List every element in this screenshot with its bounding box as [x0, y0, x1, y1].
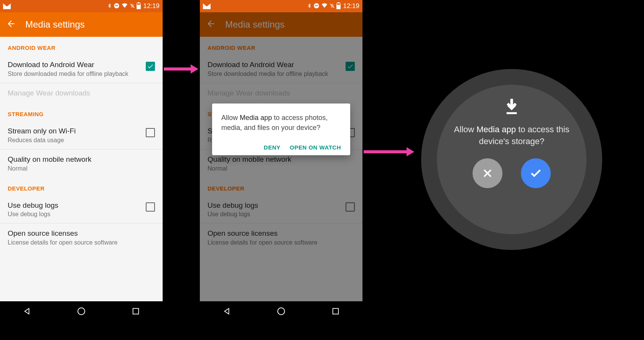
pref-title: Download to Android Wear [8, 60, 141, 70]
download-icon [504, 99, 519, 118]
watch-app-name: Media app [476, 125, 516, 134]
modal-scrim[interactable] [200, 12, 362, 301]
bluetooth-icon [307, 2, 312, 10]
nav-back-icon[interactable] [222, 307, 231, 317]
svg-rect-10 [338, 2, 339, 3]
watch-screen: Allow Media app to access this device's … [421, 69, 602, 250]
pref-title: Use debug logs [8, 201, 141, 210]
watch-face: Allow Media app to access this device's … [437, 85, 586, 234]
status-time: 12:19 [343, 2, 359, 10]
section-android-wear: ANDROID WEAR [0, 37, 163, 55]
pref-oss[interactable]: Open source licenses License details for… [0, 223, 163, 251]
wifi-icon [321, 3, 328, 10]
svg-rect-1 [115, 5, 118, 6]
pref-title: Quality on mobile network [8, 155, 155, 164]
svg-rect-4 [137, 3, 140, 5]
svg-point-12 [278, 308, 285, 315]
dialog-message: Allow Media app to access photos, media,… [221, 113, 341, 133]
section-developer: DEVELOPER [0, 177, 163, 195]
pref-subtitle: Normal [8, 165, 155, 172]
pref-subtitle: Use debug logs [8, 211, 141, 218]
pref-title: Stream only on Wi-Fi [8, 126, 141, 136]
bluetooth-icon [107, 2, 112, 10]
dialog-app-name: Media app [240, 114, 272, 122]
pref-subtitle: Store downloaded media for offline playb… [8, 71, 141, 77]
settings-list: ANDROID WEAR Download to Android Wear St… [0, 37, 163, 301]
svg-rect-13 [333, 309, 338, 314]
page-title: Media settings [25, 19, 85, 30]
phone-screen-2: 12:19 Media settings ANDROID WEAR Downlo… [200, 0, 362, 323]
watch-confirm-button[interactable] [521, 158, 551, 188]
pref-manage-wear[interactable]: Manage Wear downloads [0, 83, 163, 103]
status-bar: 12:19 [200, 0, 362, 12]
nav-home-icon[interactable] [277, 307, 286, 317]
battery-icon [137, 2, 141, 10]
svg-rect-11 [337, 3, 340, 5]
nav-back-icon[interactable] [23, 307, 31, 317]
svg-rect-8 [315, 5, 318, 6]
back-icon[interactable] [6, 19, 16, 30]
pref-subtitle: License details for open source software [8, 239, 155, 246]
nav-recent-icon[interactable] [132, 307, 140, 317]
svg-rect-15 [511, 100, 513, 107]
svg-rect-16 [507, 112, 517, 114]
wifi-icon [121, 3, 128, 10]
flow-arrow-icon [364, 147, 414, 156]
pref-title: Manage Wear downloads [8, 89, 155, 98]
checkbox-unchecked-icon[interactable] [146, 202, 155, 212]
checkbox-unchecked-icon[interactable] [146, 128, 155, 137]
dnd-icon [114, 3, 120, 10]
pref-subtitle: Reduces data usage [8, 137, 141, 144]
svg-rect-6 [133, 309, 138, 314]
nav-home-icon[interactable] [77, 307, 86, 317]
pref-debug[interactable]: Use debug logs Use debug logs [0, 195, 163, 223]
navigation-bar [0, 301, 163, 323]
svg-marker-14 [507, 106, 516, 110]
nav-recent-icon[interactable] [331, 307, 340, 317]
no-sim-icon [130, 3, 135, 10]
pref-download-wear[interactable]: Download to Android Wear Store downloade… [0, 55, 163, 83]
deny-button[interactable]: DENY [264, 144, 281, 151]
battery-icon [336, 2, 341, 10]
svg-rect-3 [138, 2, 140, 3]
gmail-icon [203, 3, 211, 9]
gmail-icon [3, 3, 11, 9]
svg-point-5 [78, 308, 85, 315]
watch-deny-button[interactable] [473, 158, 502, 188]
open-on-watch-button[interactable]: OPEN ON WATCH [290, 144, 341, 151]
app-bar: Media settings [0, 12, 163, 37]
permission-dialog: Allow Media app to access photos, media,… [212, 103, 350, 155]
no-sim-icon [329, 3, 335, 10]
status-bar: 12:19 [0, 0, 163, 12]
dnd-icon [313, 3, 320, 10]
checkbox-checked-icon[interactable] [146, 62, 155, 71]
watch-message: Allow Media app to access this device's … [437, 124, 586, 148]
pref-quality[interactable]: Quality on mobile network Normal [0, 149, 163, 177]
pref-title: Open source licenses [8, 229, 155, 238]
flow-arrow-icon [164, 64, 198, 74]
navigation-bar [200, 301, 362, 323]
dialog-text-pre: Allow [221, 114, 240, 122]
section-streaming: STREAMING [0, 103, 163, 121]
watch-text-pre: Allow [454, 125, 477, 134]
pref-wifi-only[interactable]: Stream only on Wi-Fi Reduces data usage [0, 121, 163, 149]
phone-screen-1: 12:19 Media settings ANDROID WEAR Downlo… [0, 0, 163, 323]
status-time: 12:19 [143, 2, 160, 10]
